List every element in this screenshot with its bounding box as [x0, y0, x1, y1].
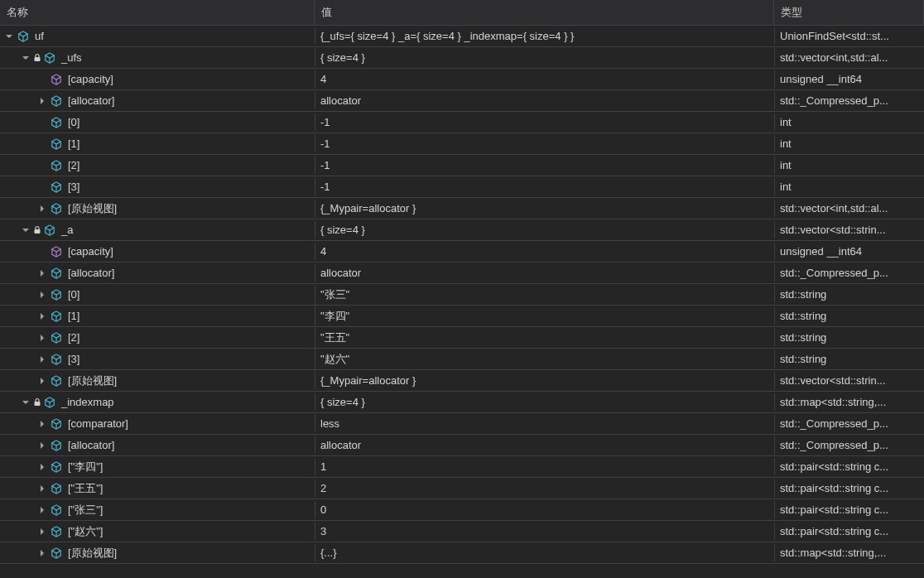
table-row[interactable]: [capacity]4unsigned __int64: [0, 241, 924, 263]
value-cell[interactable]: "赵六": [315, 349, 774, 369]
chevron-right-icon[interactable]: [38, 549, 46, 557]
chevron-right-icon[interactable]: [38, 484, 46, 493]
value-cell[interactable]: {_ufs={ size=4 } _a={ size=4 } _indexmap…: [315, 27, 774, 45]
value-cell[interactable]: -1: [315, 113, 774, 131]
value-cell[interactable]: 1: [315, 458, 774, 475]
chevron-right-icon[interactable]: [38, 527, 46, 536]
value-cell[interactable]: less: [315, 415, 774, 432]
value-cell[interactable]: { size=4 }: [315, 49, 774, 66]
value-cell[interactable]: allocator: [315, 436, 774, 454]
name-cell[interactable]: [2]: [0, 157, 315, 175]
name-cell[interactable]: [allocator]: [0, 92, 315, 110]
name-cell[interactable]: [capacity]: [0, 70, 315, 89]
value-cell[interactable]: "李四": [315, 306, 774, 326]
name-cell[interactable]: [原始视图]: [0, 371, 315, 391]
table-row[interactable]: [3]"赵六"std::string: [0, 349, 924, 370]
name-cell[interactable]: uf: [0, 27, 315, 46]
table-row[interactable]: _a{ size=4 }std::vector<std::strin...: [0, 219, 924, 241]
value-cell[interactable]: {_Mypair=allocator }: [315, 200, 774, 217]
table-row[interactable]: ["李四"]1std::pair<std::string c...: [0, 456, 924, 478]
chevron-right-icon[interactable]: [38, 291, 46, 299]
name-cell[interactable]: [allocator]: [0, 436, 315, 455]
table-row[interactable]: [原始视图]{...}std::map<std::string,...: [0, 542, 924, 564]
value-cell[interactable]: -1: [315, 157, 774, 174]
table-row[interactable]: [1]-1int: [0, 133, 924, 155]
table-row[interactable]: ["赵六"]3std::pair<std::string c...: [0, 521, 924, 542]
chevron-right-icon[interactable]: [38, 441, 46, 450]
table-row[interactable]: [capacity]4unsigned __int64: [0, 69, 924, 90]
value-cell[interactable]: {_Mypair=allocator }: [315, 372, 774, 389]
variable-name: ["王五"]: [68, 481, 103, 496]
table-row[interactable]: [原始视图]{_Mypair=allocator }std::vector<in…: [0, 198, 924, 219]
table-row[interactable]: _indexmap{ size=4 }std::map<std::string,…: [0, 392, 924, 413]
table-row[interactable]: [2]"王五"std::string: [0, 327, 924, 349]
table-row[interactable]: ["张三"]0std::pair<std::string c...: [0, 499, 924, 521]
header-value[interactable]: 值: [315, 0, 774, 25]
table-row[interactable]: [0]-1int: [0, 112, 924, 133]
chevron-down-icon[interactable]: [5, 32, 13, 41]
name-cell[interactable]: _ufs: [0, 49, 315, 67]
header-name[interactable]: 名称: [0, 0, 315, 25]
table-row[interactable]: [allocator]allocatorstd::_Compressed_p..…: [0, 435, 924, 456]
type-cell: std::vector<int,std::al...: [774, 49, 924, 66]
chevron-down-icon[interactable]: [22, 54, 30, 62]
value-cell[interactable]: 4: [315, 243, 774, 260]
value-cell[interactable]: "张三": [315, 285, 774, 305]
table-row[interactable]: _ufs{ size=4 }std::vector<int,std::al...: [0, 47, 924, 69]
name-cell[interactable]: ["赵六"]: [0, 522, 315, 542]
name-cell[interactable]: [2]: [0, 329, 315, 347]
name-cell[interactable]: _indexmap: [0, 393, 315, 412]
chevron-right-icon[interactable]: [38, 97, 46, 105]
value-cell[interactable]: -1: [315, 178, 774, 195]
name-cell[interactable]: ["李四"]: [0, 457, 315, 477]
name-cell[interactable]: [1]: [0, 307, 315, 325]
table-row[interactable]: [2]-1int: [0, 155, 924, 176]
table-row[interactable]: [0]"张三"std::string: [0, 284, 924, 306]
chevron-right-icon[interactable]: [38, 420, 46, 428]
table-row[interactable]: [3]-1int: [0, 176, 924, 198]
table-row[interactable]: [1]"李四"std::string: [0, 306, 924, 327]
value-cell[interactable]: { size=4 }: [315, 221, 774, 238]
table-row[interactable]: uf{_ufs={ size=4 } _a={ size=4 } _indexm…: [0, 26, 924, 47]
table-row[interactable]: [原始视图]{_Mypair=allocator }std::vector<st…: [0, 370, 924, 392]
chevron-right-icon[interactable]: [38, 463, 46, 471]
name-cell[interactable]: [0]: [0, 113, 315, 132]
name-cell[interactable]: [capacity]: [0, 243, 315, 261]
name-cell[interactable]: [comparator]: [0, 415, 315, 433]
value-cell[interactable]: 2: [315, 479, 774, 497]
value-cell[interactable]: "王五": [315, 328, 774, 348]
value-cell[interactable]: 3: [315, 523, 774, 540]
table-row[interactable]: [comparator]lessstd::_Compressed_p...: [0, 413, 924, 435]
name-cell[interactable]: [原始视图]: [0, 543, 315, 563]
value-cell[interactable]: -1: [315, 135, 774, 152]
chevron-right-icon[interactable]: [38, 205, 46, 213]
name-cell[interactable]: [1]: [0, 135, 315, 153]
variable-name: [0]: [68, 116, 79, 128]
table-row[interactable]: ["王五"]2std::pair<std::string c...: [0, 478, 924, 499]
chevron-right-icon[interactable]: [38, 377, 46, 385]
name-cell[interactable]: _a: [0, 221, 315, 239]
name-cell[interactable]: [3]: [0, 178, 315, 196]
chevron-right-icon[interactable]: [38, 506, 46, 514]
table-row[interactable]: [allocator]allocatorstd::_Compressed_p..…: [0, 263, 924, 284]
table-row[interactable]: [allocator]allocatorstd::_Compressed_p..…: [0, 90, 924, 112]
value-cell[interactable]: allocator: [315, 264, 774, 282]
value-cell[interactable]: 4: [315, 70, 774, 88]
name-cell[interactable]: [allocator]: [0, 264, 315, 282]
chevron-down-icon[interactable]: [22, 398, 30, 407]
chevron-down-icon[interactable]: [22, 226, 30, 234]
name-cell[interactable]: [原始视图]: [0, 199, 315, 219]
chevron-right-icon[interactable]: [38, 334, 46, 342]
name-cell[interactable]: [3]: [0, 350, 315, 368]
value-cell[interactable]: {...}: [315, 544, 774, 561]
header-type[interactable]: 类型: [774, 0, 924, 25]
chevron-right-icon[interactable]: [38, 355, 46, 364]
name-cell[interactable]: [0]: [0, 286, 315, 304]
value-cell[interactable]: { size=4 }: [315, 393, 774, 411]
name-cell[interactable]: ["王五"]: [0, 479, 315, 499]
value-cell[interactable]: 0: [315, 501, 774, 518]
name-cell[interactable]: ["张三"]: [0, 500, 315, 520]
chevron-right-icon[interactable]: [38, 269, 46, 277]
chevron-right-icon[interactable]: [38, 312, 46, 320]
value-cell[interactable]: allocator: [315, 92, 774, 109]
